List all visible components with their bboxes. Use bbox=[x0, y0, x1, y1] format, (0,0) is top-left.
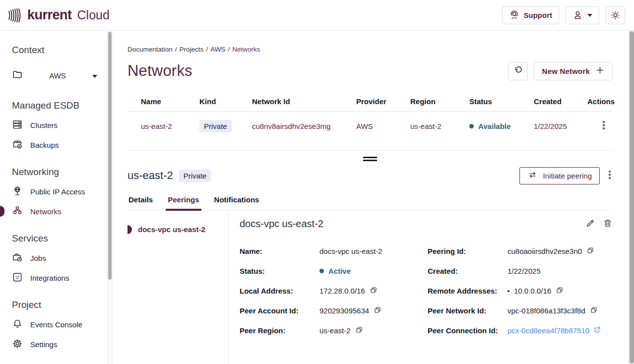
field-label: Peer Account Id: bbox=[240, 306, 319, 315]
copy-icon bbox=[355, 326, 363, 335]
page-title: Networks bbox=[127, 62, 192, 80]
folder-icon bbox=[12, 69, 23, 82]
table-row[interactable]: us-east-2 Private cu8nv8airsdhv2ese3mg A… bbox=[127, 112, 613, 140]
col-header-status: Status bbox=[469, 97, 534, 106]
globe-icon bbox=[12, 185, 23, 198]
external-link-icon bbox=[593, 326, 601, 335]
initiate-peering-button[interactable]: Initiate peering bbox=[519, 167, 600, 184]
copy-button[interactable] bbox=[355, 326, 363, 335]
copy-button[interactable] bbox=[374, 306, 381, 315]
breadcrumb-documentation[interactable]: Documentation bbox=[127, 46, 173, 53]
field-row-created: Created: 1/22/2025 bbox=[428, 261, 613, 281]
detail-kind-badge: Private bbox=[179, 170, 211, 182]
support-button[interactable]: Support bbox=[502, 6, 560, 24]
pencil-icon bbox=[585, 218, 595, 230]
sidebar-item-backups[interactable]: Backups bbox=[12, 135, 107, 155]
context-selected-value: AWS bbox=[23, 71, 92, 80]
col-header-region: Region bbox=[410, 97, 469, 106]
copy-icon bbox=[586, 246, 594, 256]
chevron-down-icon bbox=[92, 71, 97, 80]
new-network-button[interactable]: New Network bbox=[534, 62, 613, 80]
tab-details[interactable]: Details bbox=[127, 195, 154, 210]
field-row-remote-addresses: Remote Addresses: 10.0.0.0/16 bbox=[428, 281, 613, 301]
breadcrumb-networks[interactable]: Networks bbox=[232, 46, 260, 53]
field-label: Status: bbox=[240, 267, 319, 275]
field-value: Active bbox=[328, 267, 351, 275]
tab-peerings[interactable]: Peerings bbox=[167, 195, 200, 210]
status-dot bbox=[469, 124, 474, 128]
outlet-icon bbox=[12, 272, 23, 284]
page-scrollbar bbox=[629, 31, 634, 364]
sun-icon bbox=[610, 10, 621, 20]
sidebar-item-events-console[interactable]: Events Console bbox=[12, 314, 107, 334]
peering-list-item[interactable]: docs-vpc us-east-2 bbox=[127, 225, 228, 234]
theme-toggle-button[interactable] bbox=[606, 6, 625, 24]
sidebar-item-label: Events Console bbox=[30, 320, 82, 329]
kurrent-cloud-logo[interactable]: kurrent Cloud bbox=[8, 7, 110, 24]
fields-left-column: Name: docs-vpc us-east-2 Status: Active … bbox=[240, 242, 425, 341]
kebab-icon bbox=[608, 170, 612, 182]
breadcrumb-separator: / bbox=[228, 46, 230, 53]
networks-table: Name Kind Network Id Provider Region Sta… bbox=[127, 92, 613, 140]
breadcrumb: Documentation/Projects/AWS/Networks bbox=[127, 46, 613, 53]
sidebar-heading-networking: Networking bbox=[12, 166, 107, 179]
field-value: us-east-2 bbox=[319, 326, 351, 335]
delete-peering-button[interactable] bbox=[603, 218, 613, 230]
copy-button[interactable] bbox=[556, 286, 564, 296]
field-row-peer-connection-id: Peer Connection Id: pcx-0cd8eea4f78b8751… bbox=[428, 321, 613, 341]
splitter-drag-handle[interactable] bbox=[363, 157, 377, 161]
user-menu-button[interactable] bbox=[566, 6, 599, 24]
breadcrumb-aws[interactable]: AWS bbox=[210, 46, 225, 53]
gear-icon bbox=[12, 338, 23, 351]
row-actions-menu-button[interactable] bbox=[601, 119, 607, 133]
kebab-icon bbox=[602, 120, 606, 132]
field-value: 10.0.0.0/16 bbox=[514, 287, 551, 295]
sidebar-scrollbar-thumb[interactable] bbox=[108, 32, 112, 280]
refresh-button[interactable] bbox=[508, 62, 528, 80]
networks-icon bbox=[12, 205, 23, 218]
sidebar-item-public-ip-access[interactable]: Public IP Access bbox=[12, 182, 107, 201]
edit-peering-button[interactable] bbox=[585, 218, 595, 230]
field-value: 172.28.0.0/16 bbox=[319, 287, 365, 295]
sidebar-heading-services: Services bbox=[12, 232, 107, 245]
peer-connection-link[interactable]: pcx-0cd8eea4f78b87510 bbox=[507, 326, 601, 335]
field-value: 920293095634 bbox=[319, 306, 369, 315]
kurrent-waves-icon bbox=[8, 7, 23, 24]
copy-icon bbox=[590, 306, 598, 315]
sidebar-item-integrations[interactable]: Integrations bbox=[12, 268, 107, 288]
row-name: us-east-2 bbox=[141, 122, 199, 130]
peering-detail: docs-vpc us-east-2 bbox=[229, 210, 613, 364]
copy-button[interactable] bbox=[590, 306, 598, 315]
field-row-status: Status: Active bbox=[240, 261, 425, 281]
page-scrollbar-thumb[interactable] bbox=[630, 31, 634, 364]
support-label: Support bbox=[524, 11, 553, 19]
selected-peering-marker bbox=[127, 225, 132, 234]
sidebar-item-networks[interactable]: Networks bbox=[12, 201, 107, 221]
new-network-label: New Network bbox=[542, 67, 590, 75]
sidebar-heading-context: Context bbox=[12, 44, 107, 57]
copy-button[interactable] bbox=[586, 246, 594, 256]
tab-notifications[interactable]: Notifications bbox=[213, 195, 260, 210]
field-value: vpc-018f086a13f3c3f8d bbox=[507, 306, 585, 315]
sidebar-item-clusters[interactable]: Clusters bbox=[12, 115, 107, 135]
detail-actions-menu-button[interactable] bbox=[607, 169, 613, 182]
field-label: Peering Id: bbox=[428, 247, 507, 255]
main-content: Documentation/Projects/AWS/Networks Netw… bbox=[113, 31, 629, 364]
backups-icon bbox=[12, 139, 23, 151]
field-value: 1/22/2025 bbox=[507, 267, 541, 275]
list-bullet bbox=[507, 290, 509, 292]
field-value: docs-vpc us-east-2 bbox=[319, 247, 382, 255]
copy-button[interactable] bbox=[370, 286, 378, 296]
sidebar-item-settings[interactable]: Settings bbox=[12, 334, 107, 354]
breadcrumb-projects[interactable]: Projects bbox=[180, 46, 204, 53]
status-dot bbox=[319, 269, 324, 273]
table-header-row: Name Kind Network Id Provider Region Sta… bbox=[127, 92, 613, 112]
sidebar-heading-project: Project bbox=[12, 299, 107, 311]
initiate-peering-label: Initiate peering bbox=[543, 172, 592, 180]
clusters-icon bbox=[12, 119, 23, 131]
breadcrumb-separator: / bbox=[206, 46, 208, 53]
context-selector[interactable]: AWS bbox=[12, 65, 97, 85]
sidebar-item-jobs[interactable]: Jobs bbox=[12, 248, 107, 268]
sidebar-item-label: Clusters bbox=[30, 121, 58, 129]
field-row-peer-region: Peer Region: us-east-2 bbox=[240, 321, 425, 341]
